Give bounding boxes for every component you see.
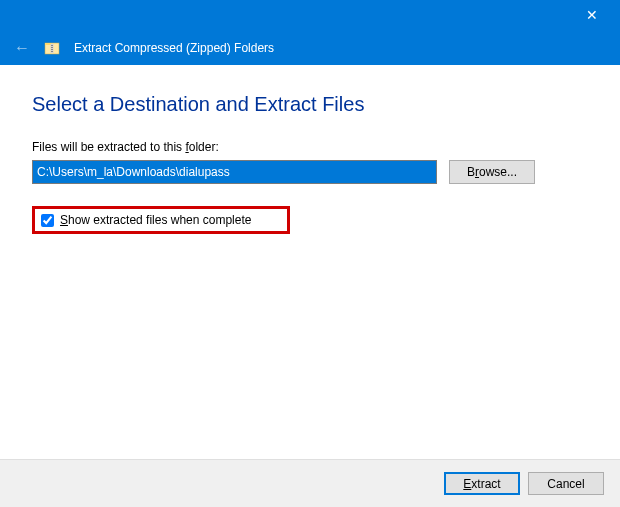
page-heading: Select a Destination and Extract Files	[32, 93, 588, 116]
zipped-folder-icon	[44, 40, 60, 56]
content-area: Select a Destination and Extract Files F…	[0, 65, 620, 234]
show-extracted-highlight: Show extracted files when complete	[32, 206, 290, 234]
browse-button[interactable]: Browse...	[449, 160, 535, 184]
wizard-title: Extract Compressed (Zipped) Folders	[74, 41, 274, 55]
checkbox-text: how extracted files when complete	[68, 213, 251, 227]
wizard-footer: Extract Cancel	[0, 459, 620, 507]
svg-rect-1	[45, 43, 51, 45]
wizard-header: ← Extract Compressed (Zipped) Folders	[0, 30, 620, 65]
destination-path-input[interactable]	[32, 160, 437, 184]
svg-rect-4	[51, 47, 53, 48]
extract-text: xtract	[471, 477, 500, 491]
checkbox-accel: S	[60, 213, 68, 227]
svg-rect-3	[51, 45, 53, 46]
folder-label-post: older:	[189, 140, 219, 154]
path-row: Browse...	[32, 160, 588, 184]
folder-label-pre: Files will be extracted to this	[32, 140, 185, 154]
browse-pre: B	[467, 165, 475, 179]
svg-rect-5	[51, 49, 53, 50]
back-arrow-icon: ←	[14, 39, 30, 57]
svg-rect-6	[51, 51, 53, 52]
close-icon[interactable]: ✕	[576, 3, 608, 27]
browse-post: owse...	[479, 165, 517, 179]
extract-button[interactable]: Extract	[444, 472, 520, 495]
folder-label: Files will be extracted to this folder:	[32, 140, 588, 154]
show-extracted-label[interactable]: Show extracted files when complete	[60, 213, 251, 227]
show-extracted-checkbox[interactable]	[41, 214, 54, 227]
cancel-button[interactable]: Cancel	[528, 472, 604, 495]
titlebar: ✕	[0, 0, 620, 30]
